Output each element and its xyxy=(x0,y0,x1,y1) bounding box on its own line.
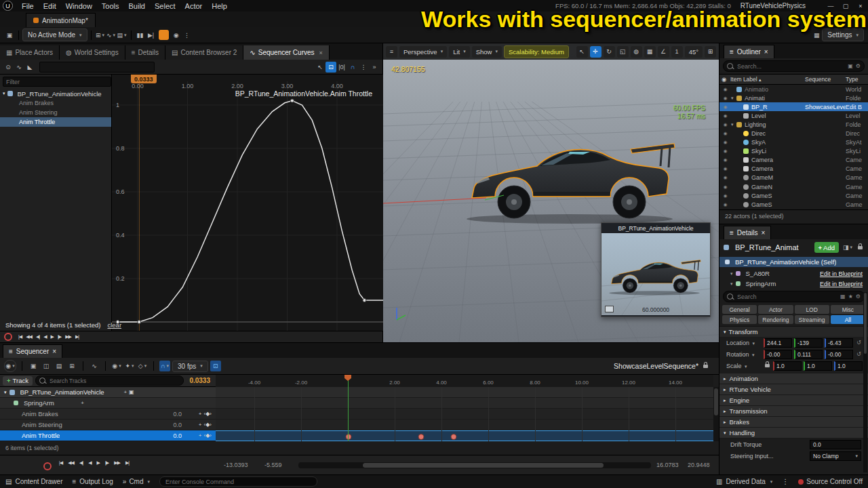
curve-filter-box[interactable] xyxy=(39,62,155,73)
cmd-dropdown[interactable]: »Cmd▾ xyxy=(123,478,150,485)
menu-actor[interactable]: Actor xyxy=(180,2,208,10)
transport-button[interactable]: ◀| xyxy=(77,460,85,466)
menu-edit[interactable]: Edit xyxy=(39,2,61,10)
lock-icon[interactable] xyxy=(858,246,863,249)
tab-details-panel[interactable]: ≡ Details × xyxy=(724,226,771,239)
section-brakes[interactable]: ▸Brakes xyxy=(719,417,868,428)
rotation-snap-icon[interactable]: ∠ xyxy=(658,46,669,58)
tab-outliner[interactable]: ≡ Outliner × xyxy=(724,45,774,58)
rotate-tool-icon[interactable]: ↻ xyxy=(604,46,615,58)
record-icon[interactable] xyxy=(4,333,12,341)
curve-playhead-marker[interactable]: 0.0333 xyxy=(131,75,157,83)
transport-button[interactable]: ◀◀ xyxy=(24,334,34,340)
derived-data-button[interactable]: ▥Derived Data▾ xyxy=(716,478,772,485)
console-command-input[interactable] xyxy=(159,476,317,487)
transport-button[interactable]: ◀ xyxy=(86,460,93,466)
key-nav-icon[interactable]: ‹◆› xyxy=(204,432,212,439)
camera-speed-icon[interactable]: 1 xyxy=(671,46,683,58)
add-key-icon[interactable]: + xyxy=(81,400,84,406)
range-out[interactable]: 16.0783 xyxy=(656,462,679,468)
clear-filter-link[interactable]: clear xyxy=(107,321,121,329)
grid-icon[interactable]: ▦ xyxy=(840,293,846,300)
source-control-button[interactable]: Source Control Off xyxy=(798,478,863,485)
transport-button[interactable]: ▶| xyxy=(123,460,131,466)
transport-button[interactable]: ◀ xyxy=(41,334,48,340)
camera-icon[interactable]: ▣ xyxy=(129,389,134,395)
kebab-icon[interactable]: ⋮ xyxy=(182,30,193,41)
section-handling[interactable]: ▾Handling xyxy=(719,428,868,439)
section-animation[interactable]: ▸Animation xyxy=(719,373,868,384)
key-nav-icon[interactable]: ‹◆› xyxy=(204,422,212,428)
track-row-anim-steering[interactable]: Anim Steering 0.0 +‹◆› xyxy=(0,420,216,430)
star-icon[interactable]: ★ xyxy=(848,293,853,300)
transform-section-header[interactable]: ▾ Transform xyxy=(719,326,868,337)
drift-torque-field[interactable]: 0.0 xyxy=(810,440,861,449)
track-search[interactable] xyxy=(35,375,184,386)
location-z-field[interactable]: -6.43 xyxy=(825,338,853,348)
snap-magnet-icon[interactable]: ∩ xyxy=(347,62,358,73)
outliner-row[interactable]: ◉CameraCame xyxy=(719,165,868,174)
menu-select[interactable]: Select xyxy=(150,2,180,10)
mode-selector[interactable]: No Active Mode ▾ xyxy=(22,28,87,41)
render-movie-icon[interactable]: ⊞ xyxy=(66,361,77,371)
section-transmission[interactable]: ▸Transmission xyxy=(719,406,868,417)
show-button[interactable]: Show▾ xyxy=(472,46,502,58)
menu-window[interactable]: Window xyxy=(61,2,97,10)
keyframe-dot[interactable] xyxy=(450,434,456,440)
steering-input-dropdown[interactable]: No Clamp▾ xyxy=(810,451,861,461)
outliner-row[interactable]: ◉SkyLiSkyLi xyxy=(719,147,868,156)
tangent-auto-icon[interactable]: ∿ xyxy=(14,62,24,73)
world-local-icon[interactable]: ◍ xyxy=(631,46,642,58)
tab-place-actors[interactable]: ▦Place Actors xyxy=(0,45,60,60)
select-tool-icon[interactable]: ↖ xyxy=(576,46,588,58)
curve-tree-item-brakes[interactable]: Anim Brakes xyxy=(0,98,111,108)
add-content-icon[interactable]: ⊞▾ xyxy=(95,30,106,41)
filter-general[interactable]: General xyxy=(722,305,757,314)
maximize-viewport-icon[interactable]: ⊞ xyxy=(705,46,716,58)
timeline-ruler[interactable]: -4.00-2.002.004.006.008.0010.0012.0014.0… xyxy=(216,375,713,388)
scale-x-field[interactable]: 1.0 xyxy=(773,361,802,371)
fps-dropdown[interactable]: 30 fps▾ xyxy=(172,361,208,372)
curve-filter-input[interactable] xyxy=(3,77,111,87)
column-type[interactable]: Type xyxy=(846,76,868,83)
menu-tools[interactable]: Tools xyxy=(97,2,124,10)
tab-sequencer-curves[interactable]: ∿Sequencer Curves× xyxy=(243,45,329,60)
range-end[interactable]: 20.9448 xyxy=(688,462,710,468)
scale-label[interactable]: Scale ▾ xyxy=(726,363,762,369)
curve-tree-item-steering[interactable]: Anim Steering xyxy=(0,108,111,117)
transport-button[interactable]: ▶▶ xyxy=(112,460,122,466)
viewport-menu-icon[interactable]: ≡ xyxy=(386,46,397,58)
outliner-row[interactable]: ◉▾AnimatiFolde xyxy=(719,94,868,102)
section-engine[interactable]: ▸Engine xyxy=(719,395,868,406)
select-tool-icon[interactable]: ↖ xyxy=(315,62,326,73)
location-label[interactable]: Location ▾ xyxy=(726,340,762,346)
details-scrollbar[interactable] xyxy=(863,292,867,472)
lock-icon[interactable] xyxy=(703,365,708,368)
outliner-column-header[interactable]: ◉ Item Label ▴ Sequence Type xyxy=(719,74,868,85)
viewport-3d[interactable]: ≡ Perspective▾ Lit▾ Show▾ Scalability: M… xyxy=(383,43,719,342)
curve-tree-root[interactable]: ▾ BP_RTune_AnimationVehicle xyxy=(0,89,111,98)
record-icon[interactable] xyxy=(43,462,52,470)
curve-tree-item-throttle[interactable]: Anim Throttle xyxy=(0,117,111,127)
tab-details[interactable]: ≡Details xyxy=(125,45,165,60)
menu-build[interactable]: Build xyxy=(124,2,150,10)
add-key-icon[interactable]: + xyxy=(199,432,202,439)
transport-button[interactable]: ◀| xyxy=(34,334,41,340)
transport-button[interactable]: |▶ xyxy=(56,334,63,340)
component-row-mesh[interactable]: ▾ S_A80R Edit in Blueprint xyxy=(719,268,868,279)
frame-selection-icon[interactable]: ⊡ xyxy=(326,62,336,73)
tab-world-settings[interactable]: ◍World Settings xyxy=(60,45,125,60)
range-start[interactable]: -13.0393 xyxy=(224,462,248,468)
kebab-icon[interactable]: ⋮ xyxy=(782,478,789,485)
tab-animation-map[interactable]: AnimationMap* xyxy=(26,13,96,27)
transport-button[interactable]: ◀◀ xyxy=(66,460,76,466)
outliner-row[interactable]: ◉GameSGame xyxy=(719,191,868,200)
camera-filter-icon[interactable]: ▣ xyxy=(848,63,853,69)
component-row-springarm[interactable]: ▾ SpringArm Edit in Blueprint xyxy=(719,279,868,289)
frame-skip-button[interactable]: ▶| xyxy=(146,30,157,41)
close-icon[interactable]: × xyxy=(319,49,323,56)
transport-button[interactable]: |◀ xyxy=(57,460,64,466)
visibility-icon[interactable]: ◉▾ xyxy=(111,361,122,371)
outliner-search[interactable]: ▣ ⚙ xyxy=(723,60,865,72)
transport-button[interactable]: |◀ xyxy=(16,334,24,340)
